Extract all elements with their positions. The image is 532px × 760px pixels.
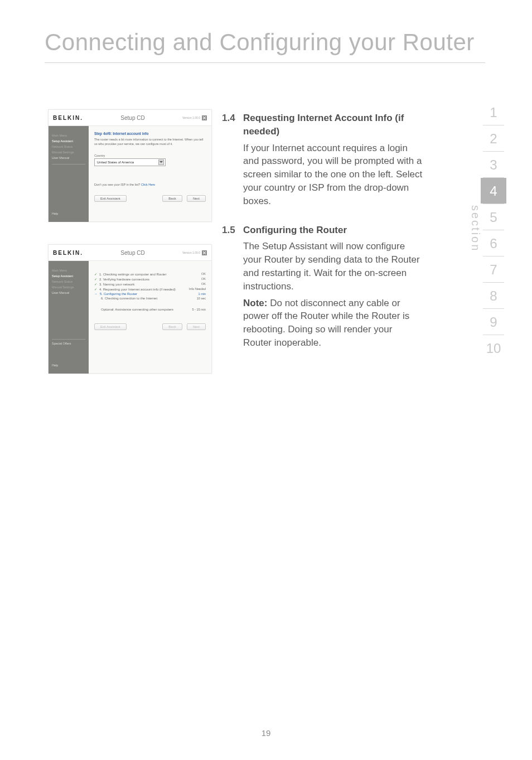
screenshot-step4: BELKIN. Setup CD Version 1.00.0 Main Men… (48, 109, 212, 222)
close-icon (202, 250, 207, 255)
mock2-step-status: OK (201, 282, 206, 286)
note-body: Do not disconnect any cable or power off… (243, 298, 409, 348)
page-number: 19 (0, 728, 532, 738)
section-nav-item-4[interactable]: 4 (481, 178, 506, 204)
mock1-isp-text: Don't you see your ISP in the list? (94, 183, 141, 186)
section-nav-item-9[interactable]: 9 (481, 309, 506, 335)
title-rule (45, 62, 485, 63)
mock2-step-status: 1 min (199, 292, 206, 296)
mock2-step-row: 6. Checking connection to the Internet10… (94, 297, 206, 300)
mock2-nav-1: Setup Assistant (52, 274, 85, 278)
mock2-step-status: Info Needed (189, 287, 206, 291)
mock1-brand: BELKIN. (53, 115, 83, 121)
section-1-4: 1.4 Requesting Internet Account Info (if… (222, 112, 423, 208)
section-1-5-body: The Setup Assistant will now configure y… (243, 240, 423, 293)
mock2-step-label: 3. Naming your network (99, 283, 134, 286)
section-1-5: 1.5 Configuring the Router The Setup Ass… (222, 224, 423, 350)
mock2-step-row: →5. Configuring the Router1 min (94, 292, 206, 296)
mock1-nav-3: Manual Settings (52, 151, 85, 154)
mock2-nav-3: Manual Settings (52, 285, 85, 289)
mock2-step-label: 6. Checking connection to the Internet (101, 297, 157, 300)
mock2-step-status: OK (201, 272, 206, 276)
mock2-version-wrap: Version 1.00.0 (182, 250, 207, 255)
mock2-body: ✓1. Checking settings on computer and Ro… (89, 261, 211, 345)
mock2-nav-2: Network Status (52, 280, 85, 283)
mock2-step-row: ✓3. Naming your networkOK (94, 282, 206, 286)
note-label: Note: (243, 298, 267, 308)
mock1-help: Help (52, 212, 58, 215)
section-1-4-number: 1.4 (222, 112, 243, 208)
mock1-titlebar: BELKIN. Setup CD Version 1.00.0 (49, 110, 211, 126)
mock1-next-button: Next (187, 195, 206, 202)
mock2-help: Help (52, 364, 58, 367)
section-1-4-heading: Requesting Internet Account Info (if nee… (243, 112, 423, 138)
section-nav-label: section (469, 205, 482, 252)
mock2-step-row: ✓4. Requesting your Internet account inf… (94, 287, 206, 291)
mock2-special: Special Offers (52, 342, 85, 345)
chevron-down-icon (158, 159, 164, 165)
mock1-country-label: Country (94, 154, 206, 158)
mock1-isp-line: Don't you see your ISP in the list? Clic… (94, 183, 206, 187)
mock2-back-button: Back (162, 323, 182, 330)
mock1-nav-4: User Manual (52, 156, 85, 159)
section-nav-item-1[interactable]: 1 (481, 99, 506, 125)
mock1-nav-0: Main Menu (52, 134, 85, 137)
mock1-isp-link: Click Here (141, 183, 155, 186)
mock1-exit-button: Exit Assistant (94, 195, 127, 202)
close-icon (202, 115, 207, 120)
mock2-version: Version 1.00.0 (182, 251, 200, 254)
mock2-titlebar: BELKIN. Setup CD Version 1.00.0 (49, 245, 211, 261)
mock1-step-title: Step 4of6: Internet account info (94, 132, 206, 135)
mock2-brand: BELKIN. (53, 250, 83, 256)
mock1-country-select: United States of America (94, 158, 166, 166)
mock2-step-status: OK (201, 277, 206, 281)
mock2-optional-label: Optional: Assistance connecting other co… (101, 308, 173, 311)
section-1-5-heading: Configuring the Router (243, 224, 423, 237)
screenshot-progress: BELKIN. Setup CD Version 1.00.0 Main Men… (48, 244, 212, 374)
mock2-step-label: 2. Verifying hardware connections (99, 278, 149, 281)
section-nav-item-2[interactable]: 2 (481, 125, 506, 151)
section-nav: section 12345678910 (481, 99, 506, 361)
check-icon: ✓ (94, 287, 97, 291)
section-1-5-number: 1.5 (222, 224, 243, 350)
section-nav-item-7[interactable]: 7 (481, 256, 506, 282)
mock2-step-row: ✓1. Checking settings on computer and Ro… (94, 272, 206, 276)
mock2-step-label: 4. Requesting your Internet account info… (99, 288, 176, 291)
mock2-exit-button: Exit Assistant (94, 323, 127, 330)
mock2-nav-0: Main Menu (52, 269, 85, 272)
arrow-right-icon: → (94, 292, 98, 296)
check-icon: ✓ (94, 282, 97, 286)
section-nav-item-6[interactable]: 6 (481, 230, 506, 256)
mock1-nav-1: Setup Assistant (52, 139, 85, 143)
section-nav-item-5[interactable]: 5 (481, 204, 506, 230)
mock1-nav-2: Network Status (52, 145, 85, 148)
mock1-sidebar: Main Menu Setup Assistant Network Status… (49, 126, 89, 222)
mock1-title: Setup CD (120, 115, 144, 121)
page-title: Connecting and Configuring your Router (45, 29, 475, 56)
mock2-optional-status: 5 - 15 min (192, 308, 206, 311)
section-nav-item-10[interactable]: 10 (481, 335, 506, 361)
check-icon: ✓ (94, 272, 97, 276)
mock2-step-status: 10 sec (197, 297, 206, 300)
mock1-version-wrap: Version 1.00.0 (182, 115, 207, 120)
mock1-back-button: Back (162, 195, 182, 202)
mock1-footer-buttons: Exit Assistant Back Next (94, 195, 206, 202)
mock2-step-label: 5. Configuring the Router (100, 292, 137, 296)
check-icon: ✓ (94, 277, 97, 281)
mock2-step-row: ✓2. Verifying hardware connectionsOK (94, 277, 206, 281)
mock2-optional-row: Optional: Assistance connecting other co… (94, 308, 206, 311)
mock2-footer-buttons: Exit Assistant Back Next (94, 323, 206, 330)
mock1-country-value: United States of America (97, 161, 134, 164)
mock1-version: Version 1.00.0 (182, 116, 200, 119)
mock2-step-label: 1. Checking settings on computer and Rou… (99, 273, 166, 276)
mock2-next-button: Next (187, 323, 206, 330)
section-1-4-body: If your Internet account requires a logi… (243, 142, 423, 208)
section-nav-item-3[interactable]: 3 (481, 152, 506, 177)
section-1-5-note: Note: Do not disconnect any cable or pow… (243, 297, 423, 350)
section-nav-item-8[interactable]: 8 (481, 283, 506, 308)
mock2-nav-4: User Manual (52, 291, 85, 294)
instruction-content: 1.4 Requesting Internet Account Info (if… (222, 112, 423, 365)
mock2-sidebar: Main Menu Setup Assistant Network Status… (49, 261, 89, 374)
mock1-step-desc: The router needs a bit more information … (94, 138, 206, 146)
mock2-title: Setup CD (120, 250, 144, 256)
